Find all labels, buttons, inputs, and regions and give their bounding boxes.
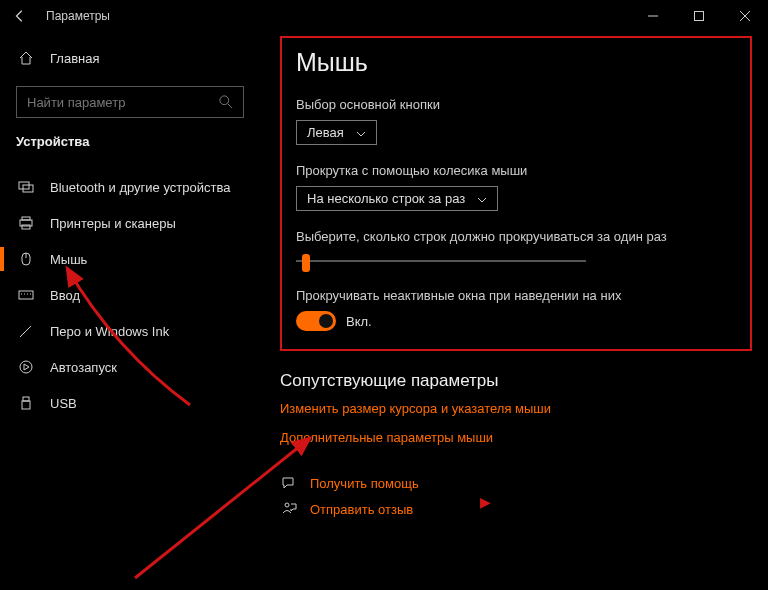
svg-rect-1 xyxy=(695,12,704,21)
sidebar: Главная Устройства Bluetooth и другие ус… xyxy=(0,32,260,590)
minimize-button[interactable] xyxy=(630,0,676,32)
toggle-knob xyxy=(319,314,333,328)
home-icon xyxy=(16,50,36,66)
lines-slider[interactable] xyxy=(296,252,586,270)
mouse-icon xyxy=(16,251,36,267)
sidebar-item-label: Ввод xyxy=(50,288,80,303)
back-arrow-icon xyxy=(13,9,27,23)
minimize-icon xyxy=(648,11,658,21)
lines-label: Выберите, сколько строк должно прокручив… xyxy=(296,229,736,244)
sidebar-item-label: USB xyxy=(50,396,77,411)
sidebar-item-mouse[interactable]: Мышь xyxy=(0,241,260,277)
close-button[interactable] xyxy=(722,0,768,32)
sidebar-item-pen[interactable]: Перо и Windows Ink xyxy=(0,313,260,349)
feedback-icon xyxy=(280,501,298,517)
highlighted-section: Мышь Выбор основной кнопки Левая Прокрут… xyxy=(280,36,752,351)
search-box[interactable] xyxy=(16,86,244,118)
help-label: Получить помощь xyxy=(310,476,419,491)
content-area: Мышь Выбор основной кнопки Левая Прокрут… xyxy=(260,32,768,590)
svg-point-18 xyxy=(20,361,32,373)
sidebar-item-bluetooth[interactable]: Bluetooth и другие устройства xyxy=(0,169,260,205)
sidebar-home-label: Главная xyxy=(50,51,99,66)
inactive-toggle[interactable] xyxy=(296,311,336,331)
link-additional-mouse[interactable]: Дополнительные параметры мыши xyxy=(280,430,752,445)
sidebar-home[interactable]: Главная xyxy=(0,40,260,76)
sidebar-item-usb[interactable]: USB xyxy=(0,385,260,421)
sidebar-item-label: Bluetooth и другие устройства xyxy=(50,180,230,195)
slider-thumb[interactable] xyxy=(302,254,310,272)
back-button[interactable] xyxy=(8,4,32,28)
toggle-value: Вкл. xyxy=(346,314,372,329)
sidebar-item-label: Мышь xyxy=(50,252,87,267)
sidebar-item-label: Перо и Windows Ink xyxy=(50,324,169,339)
svg-rect-9 xyxy=(22,217,30,220)
page-title: Мышь xyxy=(296,48,736,77)
usb-icon xyxy=(16,395,36,411)
sidebar-category: Устройства xyxy=(0,128,260,163)
primary-button-label: Выбор основной кнопки xyxy=(296,97,736,112)
related-heading: Сопутствующие параметры xyxy=(280,371,752,391)
dropdown-value: На несколько строк за раз xyxy=(307,191,465,206)
svg-rect-20 xyxy=(22,401,30,409)
link-cursor-size[interactable]: Изменить размер курсора и указателя мыши xyxy=(280,401,752,416)
help-icon xyxy=(280,475,298,491)
sidebar-item-autoplay[interactable]: Автозапуск xyxy=(0,349,260,385)
svg-line-5 xyxy=(228,104,232,108)
help-row[interactable]: Получить помощь xyxy=(280,475,752,491)
sidebar-item-printers[interactable]: Принтеры и сканеры xyxy=(0,205,260,241)
maximize-button[interactable] xyxy=(676,0,722,32)
svg-point-4 xyxy=(220,96,229,105)
autoplay-icon xyxy=(16,359,36,375)
keyboard-icon xyxy=(16,287,36,303)
bluetooth-icon xyxy=(16,179,36,195)
window-title: Параметры xyxy=(46,9,110,23)
maximize-icon xyxy=(694,11,704,21)
primary-button-dropdown[interactable]: Левая xyxy=(296,120,377,145)
feedback-label: Отправить отзыв xyxy=(310,502,413,517)
slider-line xyxy=(296,260,586,262)
feedback-row[interactable]: Отправить отзыв xyxy=(280,501,752,517)
search-input[interactable] xyxy=(27,95,219,110)
sidebar-item-label: Автозапуск xyxy=(50,360,117,375)
svg-rect-13 xyxy=(19,291,33,299)
scroll-label: Прокрутка с помощью колесика мыши xyxy=(296,163,736,178)
sidebar-item-typing[interactable]: Ввод xyxy=(0,277,260,313)
close-icon xyxy=(740,11,750,21)
annotation-triangle: ▶ xyxy=(480,494,491,510)
scroll-dropdown[interactable]: На несколько строк за раз xyxy=(296,186,498,211)
dropdown-value: Левая xyxy=(307,125,344,140)
sidebar-item-label: Принтеры и сканеры xyxy=(50,216,176,231)
pen-icon xyxy=(16,323,36,339)
search-icon xyxy=(219,95,233,109)
chevron-down-icon xyxy=(477,191,487,206)
printer-icon xyxy=(16,215,36,231)
svg-rect-19 xyxy=(23,397,29,401)
chevron-down-icon xyxy=(356,125,366,140)
inactive-label: Прокручивать неактивные окна при наведен… xyxy=(296,288,736,303)
svg-point-21 xyxy=(285,503,289,507)
